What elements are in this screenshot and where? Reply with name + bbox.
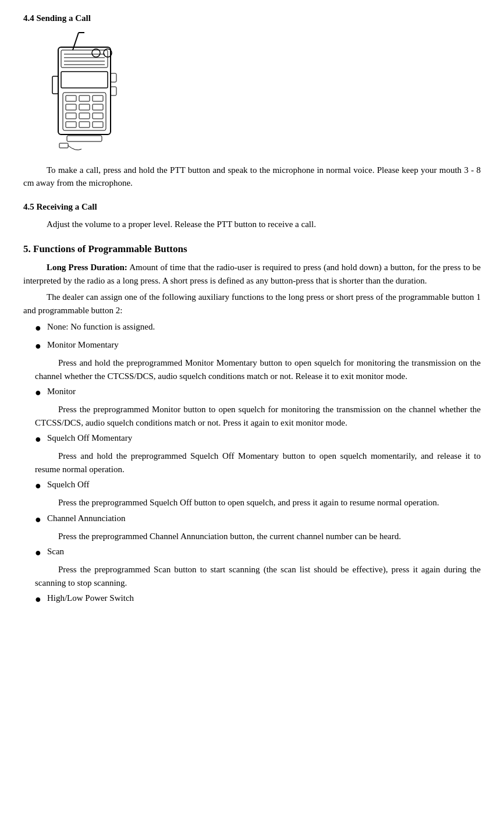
bullet-sub-channel-annunciation: Press the preprogrammed Channel Annuncia… bbox=[35, 530, 481, 543]
section-5-title: 5. Functions of Programmable Buttons bbox=[23, 242, 481, 257]
bullet-dot-scan: ● bbox=[35, 545, 41, 561]
bullet-label-none: None: No function is assigned. bbox=[47, 320, 481, 334]
svg-rect-19 bbox=[66, 113, 76, 119]
svg-rect-9 bbox=[52, 76, 58, 94]
svg-rect-24 bbox=[93, 122, 103, 128]
bullet-none: ● None: No function is assigned. bbox=[35, 320, 481, 336]
section-5-longpress-para: Long Press Duration: Amount of time that… bbox=[23, 261, 481, 287]
bullet-dot-channel-annunciation: ● bbox=[35, 512, 41, 527]
svg-rect-13 bbox=[66, 95, 76, 101]
bullet-dot-none: ● bbox=[35, 320, 41, 336]
bullet-highlow-power: ● High/Low Power Switch bbox=[35, 592, 481, 607]
svg-rect-28 bbox=[59, 143, 68, 148]
bullet-label-squelch-off: Squelch Off bbox=[47, 478, 481, 491]
svg-rect-21 bbox=[93, 113, 103, 119]
svg-rect-15 bbox=[93, 95, 103, 101]
bullet-sub-squelch-off: Press the preprogrammed Squelch Off butt… bbox=[35, 496, 481, 509]
bullet-channel-annunciation: ● Channel Annunciation bbox=[35, 512, 481, 527]
svg-rect-17 bbox=[79, 104, 90, 110]
bullet-squelch-off-momentary: ● Squelch Off Momentary bbox=[35, 431, 481, 447]
bullet-dot-squelch-off-momentary: ● bbox=[35, 431, 41, 447]
section-44-title: 4.4 Sending a Call bbox=[23, 12, 481, 25]
bullet-dot-monitor-momentary: ● bbox=[35, 338, 41, 354]
svg-rect-16 bbox=[66, 104, 76, 110]
svg-rect-12 bbox=[63, 93, 106, 130]
bullet-monitor-momentary: ● Monitor Momentary bbox=[35, 338, 481, 354]
section-45: 4.5 Receiving a Call Adjust the volume t… bbox=[23, 200, 481, 231]
svg-rect-14 bbox=[79, 95, 90, 101]
bullet-sub-monitor-momentary: Press and hold the preprogrammed Monitor… bbox=[35, 356, 481, 383]
bullet-label-monitor: Monitor bbox=[47, 385, 481, 398]
bullet-dot-highlow-power: ● bbox=[35, 592, 41, 607]
section-44-para1: To make a call, press and hold the PTT b… bbox=[23, 164, 481, 190]
bullet-squelch-off: ● Squelch Off bbox=[35, 478, 481, 494]
bullet-label-channel-annunciation: Channel Annunciation bbox=[47, 512, 481, 525]
svg-rect-20 bbox=[79, 113, 90, 119]
section-45-title: 4.5 Receiving a Call bbox=[23, 200, 481, 214]
bullet-label-squelch-off-momentary: Squelch Off Momentary bbox=[47, 431, 481, 445]
longpress-bold-label: Long Press Duration: bbox=[47, 263, 127, 272]
svg-rect-23 bbox=[79, 122, 90, 128]
svg-rect-11 bbox=[111, 87, 116, 95]
svg-rect-18 bbox=[93, 104, 103, 110]
bullet-sub-squelch-off-momentary: Press and hold the preprogrammed Squelch… bbox=[35, 449, 481, 476]
bullet-dot-squelch-off: ● bbox=[35, 478, 41, 494]
section-5: 5. Functions of Programmable Buttons Lon… bbox=[23, 242, 481, 608]
svg-rect-22 bbox=[66, 122, 76, 128]
bullet-label-highlow-power: High/Low Power Switch bbox=[47, 592, 481, 605]
bullet-scan: ● Scan bbox=[35, 545, 481, 561]
bullet-label-scan: Scan bbox=[47, 545, 481, 558]
radio-svg-image bbox=[47, 30, 122, 158]
svg-rect-25 bbox=[67, 136, 102, 141]
radio-illustration bbox=[47, 30, 122, 158]
svg-rect-8 bbox=[61, 72, 108, 88]
bullet-dot-monitor: ● bbox=[35, 385, 41, 401]
svg-rect-10 bbox=[111, 73, 116, 82]
section-45-para1: Adjust the volume to a proper level. Rel… bbox=[23, 218, 481, 231]
bullet-sub-monitor: Press the preprogrammed Monitor button t… bbox=[35, 403, 481, 429]
bullet-label-monitor-momentary: Monitor Momentary bbox=[47, 338, 481, 352]
section-5-dealer-text: The dealer can assign one of the followi… bbox=[23, 291, 481, 317]
section-44: 4.4 Sending a Call bbox=[23, 12, 481, 190]
bullet-sub-scan: Press the preprogrammed Scan button to s… bbox=[35, 563, 481, 589]
bullet-monitor: ● Monitor bbox=[35, 385, 481, 401]
